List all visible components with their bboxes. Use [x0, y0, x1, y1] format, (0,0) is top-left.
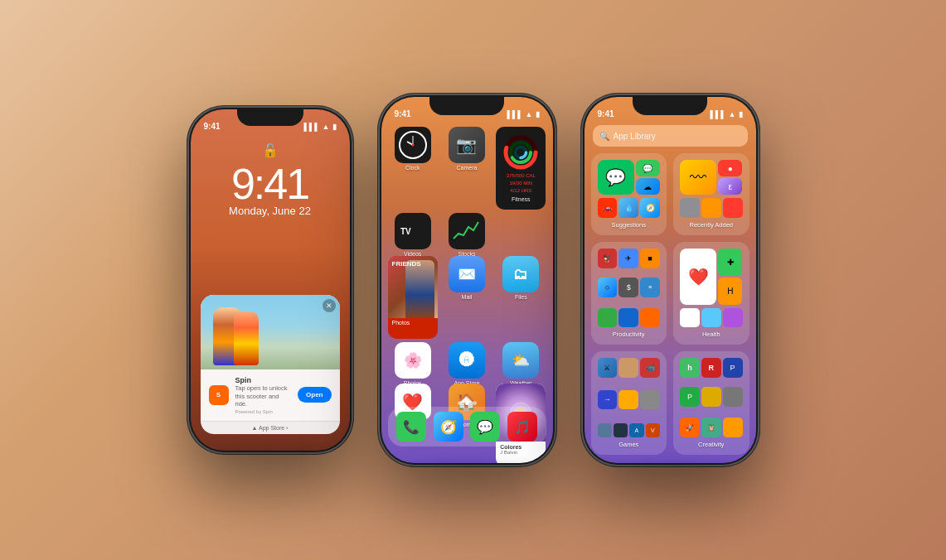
status-icons-center: ▌▌▌ ▲ ▮ — [507, 110, 539, 118]
photos-icon: 🌸 — [404, 351, 422, 369]
suggestions-bottom-row: 🚗 💧 🧭 — [598, 198, 661, 218]
folder-creativity[interactable]: h R P P 🚀 🦉 Creativity — [673, 351, 750, 455]
app-stocks[interactable]: Stocks — [442, 213, 492, 257]
game-icon-6 — [640, 390, 660, 410]
games-bottom: A V — [598, 423, 661, 437]
dock-music[interactable]: 🎵 — [507, 412, 537, 442]
game-icon-3: 📹 — [640, 358, 660, 378]
dock-phone[interactable]: 📞 — [396, 412, 426, 442]
cre-icon-4: P — [680, 387, 700, 407]
notch-center — [429, 97, 504, 115]
person-2 — [234, 311, 259, 365]
messages-app-icon: 💬 — [636, 160, 660, 176]
lock-date: Monday, June 22 — [191, 205, 350, 217]
folder-recently-added[interactable]: 〰 ● ε Recently Added — [673, 153, 750, 235]
game-b-1 — [598, 423, 612, 437]
app-mail[interactable]: ✉️ Mail — [442, 256, 492, 339]
home-screen: 9:41 ▌▌▌ ▲ ▮ — [381, 97, 553, 463]
app-files[interactable]: 🗂 Files — [496, 256, 546, 339]
game-b-2 — [614, 423, 628, 437]
cre-b-1: 🚀 — [680, 418, 700, 437]
weather-icon-img: ⛅ — [502, 342, 539, 379]
stocks-icon-img — [449, 213, 485, 249]
status-icons-left: ▌▌▌ ▲ ▮ — [303, 123, 336, 131]
creativity-grid: h R P P — [680, 358, 743, 414]
game-icon-5 — [619, 390, 638, 410]
prod-icon-5: $ — [619, 278, 638, 297]
open-button[interactable]: Open — [298, 387, 331, 403]
health-sm-1: ✚ — [718, 249, 742, 276]
wifi-icon: ▲ — [323, 123, 330, 131]
weather-icon: ⛅ — [512, 351, 530, 369]
recent-sm-2: ε — [718, 178, 742, 195]
app-appletv[interactable]: TV Videos — [388, 213, 438, 257]
appstore-link[interactable]: ▲ App Store › — [201, 421, 340, 434]
signal-icon-center: ▌▌▌ — [507, 110, 522, 118]
productivity-grid: 🦅 ✈ ■ ○ $ ≡ — [598, 249, 661, 305]
app-library-grid: 💬 💬 ☁ 🚗 💧 🧭 Suggestions — [591, 153, 750, 455]
clock-label: Clock — [405, 165, 420, 171]
recent-layout: 〰 ● ε — [680, 160, 743, 195]
phone-right: 9:41 ▌▌▌ ▲ ▮ 🔍 App Library — [581, 94, 759, 466]
app-appstore[interactable]: 🅐 App Store — [442, 342, 492, 386]
spacer — [496, 213, 546, 249]
cre-icon-6 — [723, 387, 743, 407]
photos-widget-label: Photos — [388, 318, 438, 327]
clock-icon-img — [395, 127, 431, 163]
cre-icon-3: P — [723, 358, 743, 378]
productivity-label: Productivity — [598, 331, 661, 338]
health-b-3 — [723, 308, 743, 328]
health-main-icon: ❤️ — [680, 249, 716, 305]
wifi-icon-center: ▲ — [526, 110, 533, 118]
fitness-label: Fitness — [512, 196, 531, 202]
suggestions-layout: 💬 💬 ☁ — [598, 160, 661, 195]
status-time-center: 9:41 — [395, 109, 411, 118]
notification-text: Spin Tap open to unlock this scooter and… — [235, 376, 292, 414]
search-magnify-icon: 🔍 — [599, 132, 609, 141]
mail-label: Mail — [462, 294, 473, 300]
game-icon-2 — [619, 358, 638, 378]
folder-suggestions[interactable]: 💬 💬 ☁ 🚗 💧 🧭 Suggestions — [591, 153, 667, 235]
status-time-right: 9:41 — [598, 109, 614, 118]
camera-icon-img: 📷 — [449, 127, 485, 163]
creativity-label: Creativity — [680, 441, 743, 448]
page-dot-1 — [458, 401, 462, 405]
files-label: Files — [515, 294, 527, 300]
battery-icon-right: ▮ — [739, 110, 743, 118]
app-photos[interactable]: 🌸 Photos — [388, 342, 438, 386]
photos-widget[interactable]: FRIENDS Photos — [388, 256, 438, 339]
app-camera[interactable]: 📷 Camera — [442, 127, 492, 210]
mail-icon-img: ✉️ — [449, 256, 485, 292]
files-icon: 🗂 — [513, 266, 528, 283]
notification-desc: Tap open to unlock this scooter and ride… — [235, 384, 292, 408]
notification-title: Spin — [235, 376, 292, 384]
health-small-col: ✚ H — [718, 249, 742, 305]
notification-close-icon[interactable]: ✕ — [323, 299, 336, 312]
folder-health[interactable]: ❤️ ✚ H Health — [673, 242, 750, 345]
folder-games[interactable]: ⚔ 📹 → A V Games — [591, 351, 667, 455]
dock-messages[interactable]: 💬 — [470, 412, 500, 442]
folder-productivity[interactable]: 🦅 ✈ ■ ○ $ ≡ Productivity — [591, 242, 667, 345]
prod-icon-4: ○ — [598, 278, 618, 297]
fitness-widget[interactable]: 375/500 CAL 19/30 MIN 4/12 HRS Fitness — [496, 127, 546, 210]
prod-b-2 — [619, 308, 638, 328]
prod-icon-1: 🦅 — [598, 249, 618, 268]
signal-icon-right: ▌▌▌ — [710, 110, 725, 118]
app-weather[interactable]: ⛅ Weather — [496, 342, 546, 386]
phone-left: 9:41 ▌▌▌ ▲ ▮ 🔓 9:41 Monday, June 22 — [187, 106, 353, 454]
suggestions-label: Suggestions — [598, 221, 661, 229]
game-b-4: V — [646, 423, 660, 437]
recent-b-2 — [701, 198, 721, 218]
music-artist: J Balvin — [500, 450, 541, 455]
app-library-search[interactable]: 🔍 App Library — [593, 125, 748, 147]
camera-label: Camera — [457, 165, 478, 171]
health-sm-2: H — [718, 278, 742, 305]
fitness-stats: 375/500 CAL 19/30 MIN 4/12 HRS — [507, 172, 536, 195]
recent-bottom-row — [680, 198, 743, 218]
notification-widget[interactable]: ✕ S Spin Tap open to unlock this scooter… — [201, 295, 340, 434]
game-b-3: A — [629, 423, 643, 437]
dock-safari[interactable]: 🧭 — [434, 412, 463, 442]
recent-main-icon: 〰 — [680, 160, 716, 195]
app-clock[interactable]: Clock — [388, 127, 438, 210]
search-placeholder-text: App Library — [614, 132, 656, 141]
